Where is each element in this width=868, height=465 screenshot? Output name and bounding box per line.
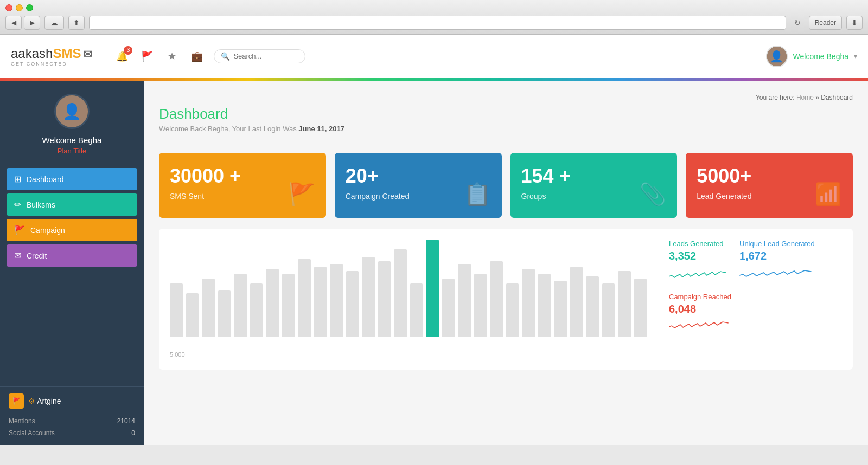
- search-box[interactable]: 🔍: [214, 49, 305, 63]
- chart-bar-2: [202, 279, 215, 337]
- chart-bar-19: [474, 274, 487, 337]
- sidebar-item-dashboard[interactable]: ⊞ Dashboard: [7, 168, 137, 190]
- star-button[interactable]: ★: [164, 48, 180, 64]
- close-button[interactable]: [5, 4, 12, 11]
- sidebar-username: Welcome Begha: [9, 135, 135, 145]
- chart-bar-12: [362, 257, 375, 337]
- chart-bar-25: [570, 267, 583, 337]
- chart-bar-16: [426, 240, 439, 337]
- mail-icon: ✉: [83, 48, 92, 60]
- chart-bar-26: [586, 276, 599, 337]
- legend-campaign-value: 6,048: [669, 303, 731, 315]
- chart-bar-29: [634, 279, 647, 337]
- sidebar-item-label: Credit: [27, 251, 47, 260]
- sidebar-user: 👤 Welcome Begha Plan Title: [0, 81, 144, 164]
- chart-bars: [170, 240, 647, 348]
- legend-leads-sparkline: [669, 266, 729, 282]
- page-subtitle: Welcome Back Begha, Your Last Login Was …: [159, 125, 853, 133]
- browser-chrome: ◀ ▶ ☁ ⬆ ↻ Reader ⬇: [0, 0, 868, 35]
- chart-bar-14: [394, 249, 407, 337]
- download-button[interactable]: ⬇: [846, 16, 863, 30]
- chart-bar-4: [234, 274, 247, 337]
- chart-bar-15: [410, 283, 423, 337]
- chart-bar-7: [282, 274, 295, 337]
- search-input[interactable]: [233, 52, 298, 60]
- sidebar-item-credit[interactable]: ✉ Credit: [7, 244, 137, 267]
- sidebar-item-label: Bulksms: [27, 201, 55, 209]
- url-bar[interactable]: [89, 16, 786, 30]
- welcome-text[interactable]: Welcome Begha: [793, 52, 848, 61]
- cloud-button[interactable]: ☁: [44, 16, 64, 30]
- chart-bar-3: [218, 290, 231, 337]
- notification-badge: 3: [124, 46, 132, 55]
- url-input[interactable]: [94, 19, 781, 27]
- chart-bar-0: [170, 283, 183, 337]
- page-title: Dashboard: [159, 106, 853, 122]
- legend-leads-value: 3,352: [669, 250, 729, 262]
- chart-bar-27: [602, 283, 615, 337]
- groups-icon: 📎: [639, 182, 666, 207]
- search-icon: 🔍: [221, 52, 230, 61]
- mentions-label: Mentions: [9, 417, 35, 425]
- legend-unique-value: 1,672: [739, 250, 815, 262]
- notification-button[interactable]: 🔔 3: [114, 48, 130, 64]
- refresh-button[interactable]: ↻: [790, 16, 805, 30]
- legend-leads-title: Leads Generated: [669, 240, 729, 248]
- legend-campaign-reached: Campaign Reached 6,048: [669, 293, 731, 335]
- flag-button[interactable]: 🚩: [139, 48, 155, 64]
- stat-card-sms-sent: 30000 + SMS Sent 🚩: [159, 153, 326, 218]
- chart-bar-21: [506, 283, 519, 337]
- campaign-icon: 🚩: [14, 225, 25, 235]
- content-header: You are here: Home » Dashboard Dashboard…: [159, 94, 853, 133]
- maximize-button[interactable]: [26, 4, 33, 11]
- logo-area: aakashSMS✉ GET CONNECTED: [11, 46, 92, 67]
- briefcase-button[interactable]: 💼: [189, 48, 205, 64]
- chart-bar-1: [186, 293, 199, 337]
- traffic-lights: [5, 4, 863, 11]
- sidebar-item-bulksms[interactable]: ✏ Bulksms: [7, 193, 137, 216]
- chart-bar-8: [298, 259, 311, 337]
- breadcrumb-home[interactable]: Home: [796, 94, 814, 101]
- social-stat-accounts: Social Accounts 0: [9, 427, 135, 439]
- user-dropdown-arrow[interactable]: ▾: [854, 53, 857, 60]
- sms-sent-icon: 🚩: [288, 182, 315, 207]
- credit-icon: ✉: [14, 250, 21, 261]
- share-button[interactable]: ⬆: [68, 16, 85, 30]
- sidebar: 👤 Welcome Begha Plan Title ⊞ Dashboard ✏…: [0, 81, 144, 445]
- chart-bar-17: [442, 279, 455, 337]
- reader-button[interactable]: Reader: [809, 16, 842, 30]
- sidebar-item-campaign[interactable]: 🚩 Campaign: [7, 219, 137, 241]
- forward-button[interactable]: ▶: [24, 16, 40, 30]
- social-name: ⚙ Artgine: [28, 397, 61, 405]
- chart-bar-22: [522, 269, 535, 337]
- stat-card-groups: 154 + Groups 📎: [510, 153, 678, 218]
- accounts-value: 0: [131, 429, 135, 437]
- dashboard-icon: ⊞: [14, 174, 21, 184]
- browser-toolbar: ◀ ▶ ☁ ⬆ ↻ Reader ⬇: [5, 16, 863, 30]
- social-stat-mentions: Mentions 21014: [9, 415, 135, 427]
- divider: [159, 144, 853, 144]
- bulksms-icon: ✏: [14, 199, 21, 210]
- stat-card-campaign: 20+ Campaign Created 📋: [335, 153, 502, 218]
- user-avatar-header: 👤: [766, 46, 788, 67]
- social-header: 🚩 ⚙ Artgine: [9, 393, 135, 409]
- legend-campaign-sparkline: [669, 319, 731, 335]
- chart-legend: Leads Generated 3,352 Unique Lead Genera…: [658, 240, 842, 359]
- social-icon: 🚩: [9, 393, 24, 409]
- legend-campaign-title: Campaign Reached: [669, 293, 731, 301]
- logo: aakashSMS✉ GET CONNECTED: [11, 46, 92, 67]
- leads-icon: 📶: [815, 182, 842, 207]
- legend-row: Leads Generated 3,352 Unique Lead Genera…: [669, 240, 842, 335]
- legend-unique-lead: Unique Lead Generated 1,672: [739, 240, 815, 282]
- sidebar-item-label: Campaign: [30, 226, 65, 235]
- back-button[interactable]: ◀: [5, 16, 22, 30]
- chart-bar-9: [314, 267, 327, 337]
- chart-area: 5,000: [170, 240, 647, 359]
- chart-bar-20: [490, 261, 503, 337]
- chart-bar-6: [266, 269, 279, 337]
- minimize-button[interactable]: [16, 4, 23, 11]
- chart-label: 5,000: [170, 351, 647, 358]
- chart-bar-28: [618, 271, 631, 337]
- breadcrumb: You are here: Home » Dashboard: [159, 94, 853, 101]
- header-icons: 🔔 3 🚩 ★ 💼 🔍: [114, 48, 305, 64]
